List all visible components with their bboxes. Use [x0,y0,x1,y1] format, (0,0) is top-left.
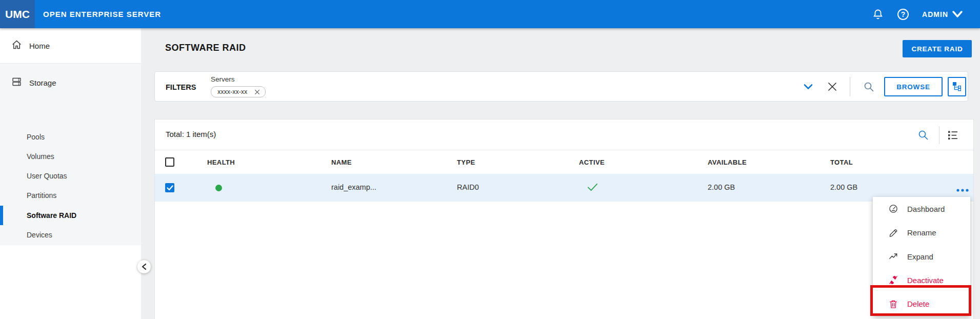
product-title: OPEN ENTERPRISE SERVER [43,0,161,28]
raid-table: Total: 1 item(s) [154,119,974,319]
menu-item-label: Delete [907,300,929,308]
remove-filter-icon[interactable] [254,89,260,95]
column-header-total: TOTAL [830,158,853,166]
sidebar: Home Storage Pools [0,28,141,319]
admin-user-menu[interactable]: ADMIN [922,10,963,18]
sidebar-item-partitions[interactable]: Partitions [0,186,141,205]
page-title: SOFTWARE RAID [165,43,246,53]
table-toolbar: Total: 1 item(s) [155,119,973,150]
storage-icon [11,76,22,89]
table-search-icon[interactable] [917,129,929,143]
topbar-actions: ? ADMIN [872,0,963,28]
table-header-row: HEALTH NAME TYPE ACTIVE AVAILABLE TOTAL [155,150,973,174]
raid-total: 2.00 GB [830,183,857,191]
table-row[interactable]: raid_examp... RAID0 2.00 GB 2.00 GB [155,174,973,202]
active-check-icon [587,183,598,194]
unplug-icon [888,275,898,285]
expand-filters-chevron-icon[interactable] [802,81,814,95]
trash-icon [888,299,898,309]
sidebar-collapse-button[interactable] [137,260,151,273]
health-status-icon [215,185,222,191]
sidebar-item-devices[interactable]: Devices [0,225,141,245]
sidebar-item-label: Home [29,42,50,50]
check-icon [167,185,173,191]
menu-item-dashboard[interactable]: Dashboard [873,197,970,221]
select-all-checkbox[interactable] [165,157,174,167]
menu-item-label: Expand [907,252,933,261]
sidebar-item-home[interactable]: Home [0,28,141,64]
tree-view-button[interactable] [948,77,966,96]
sidebar-item-pools[interactable]: Pools [0,127,141,147]
row-more-actions-icon[interactable] [956,185,969,194]
menu-item-label: Rename [907,228,936,237]
raid-type: RAID0 [457,183,479,191]
sidebar-item-software-raid[interactable]: Software RAID [0,206,141,225]
sidebar-item-user-quotas[interactable]: User Quotas [0,166,141,186]
menu-item-delete[interactable]: Delete [873,292,970,316]
raid-name: raid_examp... [331,183,376,191]
dashboard-gauge-icon [888,204,898,214]
chevron-left-icon [142,263,147,270]
admin-label: ADMIN [922,10,948,18]
menu-item-label: Dashboard [907,205,945,213]
help-icon[interactable]: ? [897,9,909,20]
sidebar-item-volumes[interactable]: Volumes [0,147,141,166]
trend-up-icon [888,251,898,262]
hierarchy-tree-icon [951,81,963,93]
row-checkbox[interactable] [165,183,174,192]
filter-search-icon[interactable] [863,81,875,95]
create-raid-button[interactable]: CREATE RAID [903,40,972,57]
row-actions-menu: Dashboard Rename Expand [873,197,970,316]
menu-item-rename[interactable]: Rename [873,221,970,244]
toolbar-divider [939,126,939,144]
browse-button[interactable]: BROWSE [884,77,943,96]
umc-logo: UMC [0,0,35,28]
menu-item-label: Deactivate [907,276,944,285]
server-filter-chip-value: xxxx-xx-xx [217,88,247,95]
app-root: UMC OPEN ENTERPRISE SERVER ? ADMIN [0,0,980,319]
column-header-health: HEALTH [207,158,235,166]
menu-item-expand[interactable]: Expand [873,245,970,268]
pencil-icon [888,228,898,238]
sidebar-storage-section: Storage Pools Volumes User Quotas Partit… [0,64,141,245]
server-filter-chip[interactable]: xxxx-xx-xx [211,86,266,97]
total-count: Total: 1 item(s) [166,130,216,138]
filters-label: FILTERS [166,83,196,91]
column-header-active: ACTIVE [579,158,605,166]
column-header-type: TYPE [457,158,475,166]
filters-bar: FILTERS Servers xxxx-xx-xx [154,71,968,102]
column-header-available: AVAILABLE [708,158,747,166]
servers-filter-label: Servers [211,75,235,83]
sidebar-item-storage[interactable]: Storage [0,71,141,94]
sidebar-item-label: Storage [29,78,56,87]
filter-divider [850,77,850,96]
notifications-bell-icon[interactable] [872,8,884,21]
home-icon [11,39,22,52]
menu-item-deactivate[interactable]: Deactivate [873,268,970,292]
main-content: SOFTWARE RAID CREATE RAID FILTERS Server… [141,28,980,319]
top-bar: UMC OPEN ENTERPRISE SERVER ? ADMIN [0,0,980,28]
column-header-name: NAME [331,158,352,166]
list-view-icon[interactable] [947,129,959,143]
chevron-down-icon [952,11,963,18]
clear-filters-icon[interactable] [826,81,838,95]
raid-available: 2.00 GB [708,183,735,191]
